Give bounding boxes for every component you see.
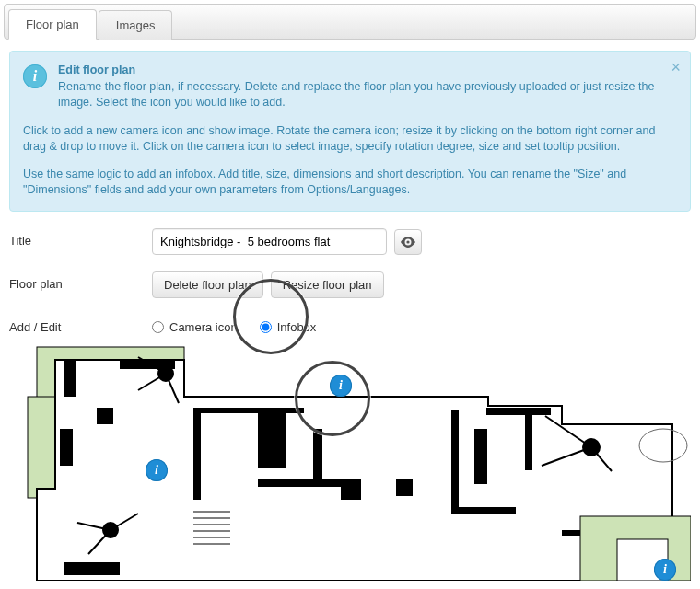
- svg-point-0: [406, 240, 409, 243]
- svg-rect-10: [258, 413, 286, 468]
- title-label: Title: [9, 228, 152, 248]
- tab-content: × i Edit floor plan Rename the floor pla…: [0, 43, 700, 581]
- svg-rect-16: [451, 507, 516, 514]
- eye-icon: [401, 237, 415, 248]
- svg-rect-8: [193, 408, 201, 500]
- resize-floorplan-button[interactable]: Resize floor plan: [271, 271, 384, 298]
- svg-rect-15: [451, 410, 459, 512]
- help-title: Edit floor plan: [58, 63, 677, 78]
- floorplan-label: Floor plan: [9, 271, 152, 291]
- help-para-1: Click to add a new camera icon and show …: [23, 123, 677, 155]
- addedit-label: Add / Edit: [9, 315, 152, 334]
- svg-rect-19: [525, 415, 532, 470]
- svg-rect-9: [193, 408, 304, 413]
- help-para-2: Use the same logic to add an infobox. Ad…: [23, 167, 677, 198]
- svg-rect-18: [486, 408, 551, 415]
- svg-rect-14: [396, 479, 413, 496]
- svg-rect-12: [313, 429, 322, 484]
- delete-floorplan-button[interactable]: Delete floor plan: [152, 271, 263, 298]
- title-input[interactable]: [152, 228, 387, 255]
- radio-infobox-label: Infobox: [277, 320, 317, 334]
- svg-rect-5: [97, 408, 113, 424]
- tab-images[interactable]: Images: [99, 10, 173, 40]
- help-lead: Rename the floor plan, if necessary. Del…: [58, 79, 677, 110]
- radio-camera-icon[interactable]: Camera icon: [152, 320, 238, 334]
- infobox-icon[interactable]: i: [146, 459, 168, 481]
- close-icon[interactable]: ×: [671, 59, 681, 75]
- info-icon: i: [23, 64, 47, 88]
- tab-bar: Floor plan Images: [4, 4, 696, 40]
- radio-infobox[interactable]: Infobox: [260, 320, 317, 334]
- svg-rect-7: [64, 562, 120, 575]
- tab-floor-plan[interactable]: Floor plan: [8, 9, 97, 40]
- svg-rect-3: [64, 360, 76, 397]
- svg-rect-6: [60, 429, 73, 466]
- help-panel: × i Edit floor plan Rename the floor pla…: [9, 51, 691, 212]
- preview-button[interactable]: [394, 229, 422, 255]
- svg-rect-17: [474, 429, 487, 484]
- infobox-icon[interactable]: i: [654, 559, 676, 581]
- radio-camera-label: Camera icon: [169, 320, 238, 334]
- svg-rect-2: [28, 397, 55, 498]
- infobox-icon[interactable]: i: [330, 375, 352, 397]
- svg-rect-13: [341, 479, 361, 500]
- floor-plan-image: [9, 341, 691, 581]
- floor-plan-canvas[interactable]: i i i Terrace 262 SqFt: [9, 341, 691, 581]
